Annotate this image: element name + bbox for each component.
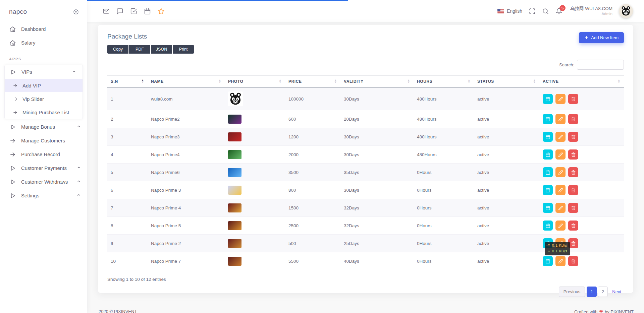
cell-validity: 35Days — [340, 164, 414, 181]
delete-action-button[interactable] — [568, 203, 578, 213]
cell-name: Napco Prime 3 — [148, 181, 225, 199]
calendar-action-button[interactable] — [543, 94, 553, 104]
column-header-hours[interactable]: HOURS▲▼ — [414, 75, 474, 88]
edit-action-button[interactable] — [555, 256, 566, 266]
delete-action-button[interactable] — [568, 256, 578, 266]
cell-hours: 480Hours — [414, 110, 474, 128]
arrow-right-icon — [9, 151, 17, 158]
page-2-button[interactable]: 2 — [598, 287, 608, 297]
sidebar-item-vips[interactable]: VIPs — [5, 65, 83, 79]
export-print-button[interactable]: Print — [173, 45, 194, 54]
calendar-action-button[interactable] — [543, 167, 553, 177]
edit-action-button[interactable] — [555, 203, 566, 213]
column-header-s-n[interactable]: S.N▲▼ — [107, 75, 148, 88]
plus-icon — [584, 36, 589, 40]
sidebar-item-settings[interactable]: Settings — [0, 189, 87, 202]
delete-action-button[interactable] — [568, 185, 578, 195]
edit-action-button[interactable] — [555, 221, 566, 231]
arrow-right-icon — [13, 97, 19, 102]
calendar-action-button[interactable] — [543, 256, 553, 266]
search-icon[interactable] — [542, 8, 549, 15]
edit-action-button[interactable] — [555, 167, 566, 177]
calendar-action-button[interactable] — [543, 221, 553, 231]
cell-status: active — [474, 110, 539, 128]
add-new-item-button[interactable]: Add New Item — [579, 32, 624, 43]
language-selector[interactable]: English — [497, 8, 522, 14]
delete-action-button[interactable] — [568, 221, 578, 231]
delete-action-button[interactable] — [568, 132, 578, 142]
download-speed: ↓ 0.1 KB/s — [547, 249, 567, 254]
edit-action-button[interactable] — [555, 94, 566, 104]
edit-action-button[interactable] — [555, 114, 566, 124]
delete-action-button[interactable] — [568, 149, 578, 160]
arrow-right-icon — [9, 137, 17, 144]
bookmark-message-square-icon[interactable] — [116, 8, 123, 15]
user-name: 乌拉网 WULA8.COM — [570, 6, 612, 12]
edit-action-button[interactable] — [555, 185, 566, 195]
search-label: Search: — [559, 62, 574, 67]
sidebar-item-manage-customers[interactable]: Manage Customers — [0, 134, 87, 147]
column-header-validity[interactable]: VALIDITY▲▼ — [340, 75, 414, 88]
bookmark-calendar-icon[interactable] — [144, 8, 151, 15]
fullscreen-icon[interactable] — [529, 8, 536, 15]
sidebar-item-manage-bonus[interactable]: Manage Bonus — [0, 120, 87, 134]
sidebar-item-salary[interactable]: Salary — [0, 36, 87, 50]
cell-photo — [225, 128, 285, 146]
calendar-action-button[interactable] — [543, 114, 553, 124]
calendar-action-button[interactable] — [543, 203, 553, 213]
export-pdf-button[interactable]: PDF — [129, 45, 150, 54]
cell-name: Napco Prime 2 — [148, 235, 225, 252]
sidebar-item-customer-withdraws[interactable]: Customer Withdraws — [0, 175, 87, 189]
sidebar-item-mining-purchase-list[interactable]: Mining Purchase List — [5, 106, 83, 119]
table-row: 1wula8.com10000030Days480Hoursactive — [107, 88, 624, 110]
sidebar-item-customer-payments[interactable]: Customer Payments — [0, 161, 87, 175]
column-header-photo[interactable]: PHOTO▲▼ — [225, 75, 285, 88]
cell-sn: 2 — [107, 110, 148, 128]
column-header-status[interactable]: STATUS▲▼ — [474, 75, 539, 88]
package-photo — [228, 221, 241, 230]
play-icon — [9, 192, 17, 199]
home-icon — [9, 40, 17, 46]
cell-price: 100000 — [285, 88, 340, 110]
bookmark-star-icon[interactable] — [158, 8, 165, 15]
bookmark-mail-icon[interactable] — [103, 8, 110, 15]
edit-action-button[interactable] — [555, 149, 566, 160]
calendar-action-button[interactable] — [543, 185, 553, 195]
export-copy-button[interactable]: Copy — [107, 45, 128, 54]
bookmark-check-square-icon[interactable] — [130, 8, 137, 15]
cell-photo — [225, 235, 285, 252]
delete-action-button[interactable] — [568, 94, 578, 104]
edit-action-button[interactable] — [555, 132, 566, 142]
column-header-active[interactable]: ACTIVE▲▼ — [539, 75, 624, 88]
page-title: Package Lists — [107, 33, 624, 40]
sidebar-item-dashboard[interactable]: Dashboard — [0, 22, 87, 36]
table-row: 6Napco Prime 380030Days0Hoursactive — [107, 181, 624, 199]
avatar[interactable] — [619, 4, 633, 18]
export-json-button[interactable]: JSON — [151, 45, 172, 54]
sidebar-item-vip-slider[interactable]: Vip Slider — [5, 92, 83, 106]
calendar-action-button[interactable] — [543, 132, 553, 142]
delete-action-button[interactable] — [568, 114, 578, 124]
column-header-price[interactable]: PRICE▲▼ — [285, 75, 340, 88]
loading-bar — [87, 0, 348, 1]
sidebar-item-add-vip[interactable]: Add VIP — [5, 79, 83, 92]
sidebar-item-purchase-record[interactable]: Purchase Record — [0, 147, 87, 161]
notifications-button[interactable]: 5 — [555, 8, 562, 15]
cell-photo — [225, 181, 285, 199]
cell-name: Napco Prime 4 — [148, 199, 225, 217]
search-input[interactable] — [577, 60, 624, 70]
previous-page-button[interactable]: Previous — [559, 287, 585, 297]
next-page-button[interactable]: Next — [609, 287, 624, 297]
network-speed-widget: ↑ 0.1 KB/s ↓ 0.1 KB/s — [545, 242, 570, 255]
cell-hours: 480Hours — [414, 88, 474, 110]
delete-action-button[interactable] — [568, 167, 578, 177]
page-1-button[interactable]: 1 — [587, 287, 597, 297]
menu-collapse-toggle-icon[interactable] — [73, 9, 79, 15]
cell-price: 1200 — [285, 128, 340, 146]
user-meta: 乌拉网 WULA8.COM Admin — [570, 6, 612, 16]
calendar-action-button[interactable] — [543, 149, 553, 160]
heart-icon: ❤ — [599, 309, 603, 313]
copyright-text: 2020 © PIXINVENT — [99, 309, 137, 313]
chevron-down-icon — [72, 69, 76, 75]
column-header-name[interactable]: NAME▲▼ — [148, 75, 225, 88]
